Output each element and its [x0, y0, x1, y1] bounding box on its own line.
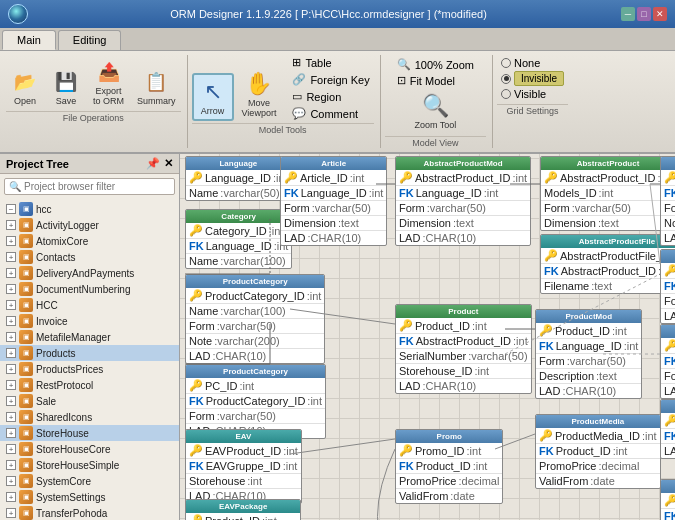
titlebar: ORM Designer 1.1.9.226 [ P:\HCC\Hcc.ormd… [0, 0, 675, 28]
comment-button[interactable]: 💬 Comment [288, 106, 373, 121]
tree-label-invoice: Invoice [36, 316, 68, 327]
tree-expand-activitylogger[interactable]: + [6, 220, 16, 230]
field-agt-fk: FKLanguage_ID :int [661, 354, 675, 369]
fit-model-button[interactable]: ⊡ Fit Model [393, 73, 478, 88]
tree-expand-systemcore[interactable]: + [6, 476, 16, 486]
tree-expand-storehousecore[interactable]: + [6, 444, 16, 454]
invisible-button[interactable]: Invisible [514, 71, 564, 86]
entity-productcategory[interactable]: ProductCategory 🔑ProductCategory_ID :int… [185, 274, 325, 364]
tree-expand-storehousesimple[interactable]: + [6, 460, 16, 470]
field-media-price: PromoPrice :decimal [536, 459, 660, 474]
tree-item-activitylogger[interactable]: +▣ActivityLogger [0, 217, 179, 233]
entity-productmedia[interactable]: ProductMedia 🔑ProductMedia_ID :int FKPro… [535, 414, 661, 489]
tree-expand-documentnumbering[interactable]: + [6, 284, 16, 294]
none-radio[interactable] [501, 58, 511, 68]
invisible-option[interactable]: Invisible [501, 71, 564, 86]
tree-item-deliveryandpayments[interactable]: +▣DeliveryAndPayments [0, 265, 179, 281]
tree-item-transferpohoda[interactable]: +▣TransferPohoda [0, 505, 179, 520]
save-button[interactable]: 💾 Save [47, 65, 85, 109]
arrow-button[interactable]: ↖ Arrow [192, 73, 234, 121]
tree-expand-storehouse[interactable]: + [6, 428, 16, 438]
tree-label-sale: Sale [36, 396, 56, 407]
entity-productmod[interactable]: ProductMod 🔑Product_ID :int FKLanguage_I… [535, 309, 642, 399]
tree-item-metafilemanager[interactable]: +▣MetafileManager [0, 329, 179, 345]
entity-abstractproductfile[interactable]: AbstractProductFile 🔑AbstractProductFile… [540, 234, 675, 294]
tree-item-sharedicons[interactable]: +▣SharedIcons [0, 409, 179, 425]
table-button[interactable]: ⊞ Table [288, 55, 373, 70]
tree-expand-systemsettings[interactable]: + [6, 492, 16, 502]
tree-item-sale[interactable]: +▣Sale [0, 393, 179, 409]
tab-editing[interactable]: Editing [58, 30, 122, 50]
zoom-100-button[interactable]: 🔍 100% Zoom [393, 57, 478, 72]
tree-expand-metafilemanager[interactable]: + [6, 332, 16, 342]
entity-language[interactable]: Language 🔑Language_ID :int Name :varchar… [185, 156, 292, 201]
entity-additems[interactable]: AdItems 🔑AdItems_ID :int FKLanguage_ID :… [660, 156, 675, 246]
tree-item-systemsettings[interactable]: +▣SystemSettings [0, 489, 179, 505]
field-apf-name: Filename :text [541, 279, 675, 293]
entity-productcategory2[interactable]: ProductCategory 🔑PC_ID :int FKProductCat… [185, 364, 326, 439]
tree-expand-sharedicons[interactable]: + [6, 412, 16, 422]
tree-item-restprotocol[interactable]: +▣RestProtocol [0, 377, 179, 393]
tree-item-hcc[interactable]: −▣hcc [0, 201, 179, 217]
canvas-area[interactable]: Language 🔑Language_ID :int Name :varchar… [180, 154, 675, 520]
minimize-button[interactable]: ─ [621, 7, 635, 21]
tree-expand-invoice[interactable]: + [6, 316, 16, 326]
tree-label-sharedicons: SharedIcons [36, 412, 92, 423]
visible-radio[interactable] [501, 89, 511, 99]
tree-item-productsprices[interactable]: +▣ProductsPrices [0, 361, 179, 377]
close-sidebar-button[interactable]: ✕ [164, 157, 173, 170]
tree-item-storehousesimple[interactable]: +▣StoreHouseSimple [0, 457, 179, 473]
entity-eavpackage[interactable]: EAVPackage 🔑Product_ID :int FKEAVGruppe_… [185, 499, 301, 520]
entity-atomixgrouptype[interactable]: AtomixGroupType 🔑AtomixGroupType_ID :int… [660, 324, 675, 399]
pin-button[interactable]: 📌 [146, 157, 160, 170]
tree-expand-contacts[interactable]: + [6, 252, 16, 262]
entity-promo[interactable]: Promo 🔑Promo_ID :int FKProduct_ID :int P… [395, 429, 503, 504]
tree-item-systemcore[interactable]: +▣SystemCore [0, 473, 179, 489]
visible-option[interactable]: Visible [501, 88, 564, 100]
tree-icon-atomixcore: ▣ [19, 234, 33, 248]
tree-item-atomixcore[interactable]: +▣AtomixCore [0, 233, 179, 249]
field-promo-id: 🔑Promo_ID :int [396, 443, 502, 459]
tree-expand-atomixcore[interactable]: + [6, 236, 16, 246]
foreign-key-button[interactable]: 🔗 Foreign Key [288, 72, 373, 87]
tree-item-hcc[interactable]: +▣HCC [0, 297, 179, 313]
region-button[interactable]: ▭ Region [288, 89, 373, 104]
tree-expand-products[interactable]: + [6, 348, 16, 358]
field-pc2-fk: FKProductCategory_ID :int [186, 394, 325, 409]
tree-item-invoice[interactable]: +▣Invoice [0, 313, 179, 329]
entity-atomixbasetype[interactable]: AtomixBaseType 🔑AtomixBaseType_ID :int F… [660, 479, 675, 520]
close-button[interactable]: ✕ [653, 7, 667, 21]
entity-product[interactable]: Product 🔑Product_ID :int FKAbstractProdu… [395, 304, 532, 394]
tree-expand-hcc[interactable]: + [6, 300, 16, 310]
tree-expand-transferpohoda[interactable]: + [6, 508, 16, 518]
entity-abstractitemtype[interactable]: AbstractItemType 🔑AbstractItemType_ID :i… [660, 399, 675, 459]
entity-article[interactable]: Article 🔑Article_ID :int FKLanguage_ID :… [280, 156, 387, 246]
maximize-button[interactable]: □ [637, 7, 651, 21]
tree-item-products[interactable]: +▣Products [0, 345, 179, 361]
tree-expand-restprotocol[interactable]: + [6, 380, 16, 390]
entity-category[interactable]: Category 🔑Category_ID :int FKLanguage_ID… [185, 209, 292, 269]
tree-item-contacts[interactable]: +▣Contacts [0, 249, 179, 265]
zoom-button[interactable]: 🔍 Zoom Tool [406, 90, 464, 132]
invisible-radio[interactable] [501, 74, 511, 84]
export-button[interactable]: 📤 Exportto ORM [88, 55, 129, 109]
tree-item-documentnumbering[interactable]: +▣DocumentNumbering [0, 281, 179, 297]
open-button[interactable]: 📂 Open [6, 65, 44, 109]
summary-button[interactable]: 📋 Summary [132, 65, 181, 109]
tree-expand-productsprices[interactable]: + [6, 364, 16, 374]
none-option[interactable]: None [501, 57, 564, 69]
entity-atomixtype[interactable]: AtomixType 🔑AtomixType_ID :int FKLanguag… [660, 249, 675, 324]
export-label: Exportto ORM [93, 86, 124, 106]
tab-main[interactable]: Main [2, 30, 56, 50]
tree-expand-hcc[interactable]: − [6, 204, 16, 214]
move-viewport-button[interactable]: ✋ MoveViewport [237, 67, 282, 121]
entity-abstractproductmod[interactable]: AbstractProductMod 🔑AbstractProduct_ID :… [395, 156, 531, 246]
entity-abstractproduct[interactable]: AbstractProduct 🔑AbstractProduct_ID :int… [540, 156, 675, 231]
tree-item-storehouse[interactable]: +▣StoreHouse [0, 425, 179, 441]
tree-expand-sale[interactable]: + [6, 396, 16, 406]
entity-eavproduct[interactable]: EAV 🔑EAVProduct_ID :int FKEAVGruppe_ID :… [185, 429, 302, 504]
tree-icon-metafilemanager: ▣ [19, 330, 33, 344]
search-input[interactable] [24, 181, 170, 192]
tree-item-storehousecore[interactable]: +▣StoreHouseCore [0, 441, 179, 457]
tree-expand-deliveryandpayments[interactable]: + [6, 268, 16, 278]
